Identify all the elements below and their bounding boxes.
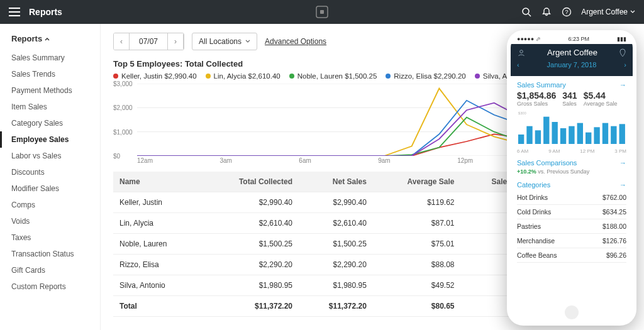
sidebar-item-gift-cards[interactable]: Gift Cards [11,262,94,278]
svg-rect-22 [611,126,616,144]
menu-icon[interactable] [9,8,20,16]
legend-item: Rizzo, Elisa $2,290.20 [386,72,465,80]
square-logo-icon [316,6,328,18]
sidebar-item-custom-reports[interactable]: Custom Reports [11,278,94,295]
svg-rect-14 [543,117,549,144]
svg-rect-13 [535,130,541,144]
mobile-preview: ●●●●● ⬀6:23 PM▮▮▮ Argent Coffee ‹ Januar… [507,30,636,326]
svg-rect-15 [552,122,557,144]
phone-bar-chart: $300 [517,109,626,146]
sidebar-item-transaction-status[interactable]: Transaction Status [11,246,94,262]
phone-categories-link[interactable]: Categories→ [517,181,626,189]
phone-date-next[interactable]: › [624,61,626,69]
sidebar-item-employee-sales[interactable]: Employee Sales [0,131,94,148]
sidebar-heading[interactable]: Reports [11,34,94,43]
sidebar-item-item-sales[interactable]: Item Sales [11,99,94,115]
sidebar-item-payment-methods[interactable]: Payment Methods [11,82,94,99]
svg-rect-23 [619,124,625,144]
sidebar-item-sales-trends[interactable]: Sales Trends [11,66,94,82]
account-menu[interactable]: Argent Coffee [581,8,635,16]
sidebar-item-comps[interactable]: Comps [11,197,94,213]
phone-header: Argent Coffee ‹ January 7, 2018 › [511,44,633,76]
page-title: Reports [29,7,62,17]
svg-point-9 [520,50,523,53]
phone-category-row[interactable]: Coffee Beans$96.26 [517,248,626,263]
phone-category-row[interactable]: Hot Drinks$762.00 [517,190,626,205]
phone-stat: $5.44Average Sale [584,91,618,107]
svg-rect-11 [518,135,524,144]
sidebar-item-taxes[interactable]: Taxes [11,229,94,246]
phone-date-prev[interactable]: ‹ [517,61,519,69]
table-header[interactable]: Average Sale [373,172,461,192]
phone-comparisons-link[interactable]: Sales Comparisons→ [517,159,626,167]
sidebar-item-sales-summary[interactable]: Sales Summary [11,50,94,66]
top-bar: Reports ? Argent Coffee [0,0,644,24]
location-icon[interactable] [619,48,626,57]
phone-category-row[interactable]: Merchandise$126.76 [517,234,626,248]
chevron-up-icon [45,36,50,41]
svg-text:?: ? [565,9,569,15]
location-select[interactable]: All Locations [192,33,257,50]
x-tick: 3am [219,157,231,164]
sidebar-item-discounts[interactable]: Discounts [11,164,94,180]
svg-rect-17 [569,126,574,144]
legend-item: Noble, Lauren $1,500.25 [289,72,377,80]
phone-date[interactable]: January 7, 2018 [547,61,597,69]
sidebar-item-category-sales[interactable]: Category Sales [11,115,94,131]
advanced-options-link[interactable]: Advanced Options [265,37,326,46]
date-picker[interactable]: ‹ 07/07 › [113,33,184,50]
phone-category-row[interactable]: Pastries$188.00 [517,219,626,234]
help-icon[interactable]: ? [561,6,572,18]
svg-rect-20 [594,127,599,144]
svg-point-2 [523,8,529,14]
phone-category-row[interactable]: Cold Drinks$634.25 [517,205,626,219]
date-next-button[interactable]: › [167,33,184,50]
phone-stat: $1,854.86Gross Sales [517,91,556,107]
x-tick: 12pm [457,157,473,164]
svg-rect-19 [586,133,591,144]
y-tick: $1,000 [113,128,133,135]
legend-item: Lin, Alycia $2,610.40 [206,72,280,80]
phone-home-button[interactable] [511,303,633,322]
svg-rect-1 [320,10,324,14]
svg-rect-16 [560,128,566,144]
search-icon[interactable] [521,6,532,18]
svg-rect-18 [577,123,583,144]
bell-icon[interactable] [541,6,552,18]
date-prev-button[interactable]: ‹ [114,33,130,50]
y-tick: $0 [113,153,120,160]
phone-sales-summary-link[interactable]: Sales Summary→ [517,81,626,89]
chevron-down-icon [245,39,250,44]
table-header[interactable]: Total Collected [201,172,299,192]
svg-rect-12 [526,126,532,144]
table-header[interactable]: Net Sales [299,172,373,192]
sidebar-item-labor-vs-sales[interactable]: Labor vs Sales [11,148,94,164]
x-tick: 9am [378,157,390,164]
mini-x-tick: 9 AM [548,148,560,154]
y-tick: $3,000 [113,80,133,87]
mini-x-tick: 3 PM [614,148,626,154]
sidebar-item-modifier-sales[interactable]: Modifier Sales [11,180,94,197]
x-tick: 12am [137,157,153,164]
y-tick: $2,000 [113,104,133,111]
x-tick: 6am [299,157,311,164]
svg-text:$300: $300 [518,111,527,115]
mini-x-tick: 12 PM [580,148,594,154]
phone-status-bar: ●●●●● ⬀6:23 PM▮▮▮ [511,34,633,44]
table-header[interactable]: Name [113,172,201,192]
phone-title: Argent Coffee [547,48,597,57]
sidebar-item-voids[interactable]: Voids [11,213,94,229]
phone-comparison-text: +10.2% vs. Previous Sunday [517,168,626,175]
person-icon[interactable] [517,48,526,57]
sidebar: Reports Sales SummarySales TrendsPayment… [0,24,101,330]
date-display[interactable]: 07/07 [130,33,167,50]
svg-rect-21 [602,123,608,144]
mini-x-tick: 6 AM [517,148,528,154]
phone-stat: 341Sales [562,91,577,107]
legend-item: Keller, Justin $2,990.40 [113,72,197,80]
